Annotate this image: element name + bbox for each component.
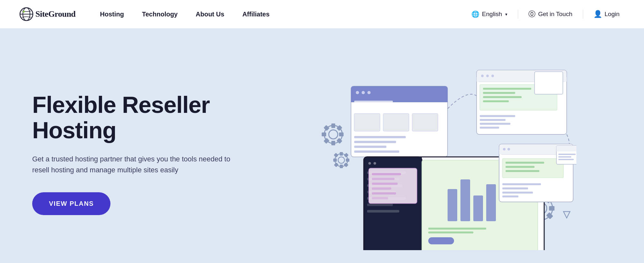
hero-section: Flexible Reseller Hosting Get a trusted … <box>0 28 644 263</box>
svg-point-91 <box>503 148 506 150</box>
triangle-icon <box>564 212 570 218</box>
nav-hosting[interactable]: Hosting <box>91 0 133 28</box>
svg-point-52 <box>481 75 484 77</box>
svg-rect-100 <box>502 195 518 197</box>
help-icon: ⓪ <box>528 9 535 19</box>
svg-rect-40 <box>354 101 393 103</box>
svg-rect-60 <box>483 100 509 102</box>
svg-rect-10 <box>324 125 329 131</box>
hero-svg <box>299 51 576 250</box>
svg-rect-61 <box>480 115 515 117</box>
svg-rect-97 <box>502 183 541 185</box>
svg-point-76 <box>368 162 371 165</box>
svg-rect-84 <box>367 210 399 213</box>
gear-top-left <box>322 123 344 145</box>
svg-rect-98 <box>502 187 528 189</box>
svg-rect-69 <box>448 189 457 221</box>
svg-rect-18 <box>333 159 337 162</box>
logo-icon <box>19 7 33 21</box>
svg-rect-56 <box>535 72 563 94</box>
svg-rect-58 <box>483 92 515 94</box>
svg-rect-47 <box>354 146 386 148</box>
nav-divider-2 <box>583 10 583 19</box>
svg-rect-67 <box>419 157 422 250</box>
language-label: English <box>482 11 502 18</box>
svg-point-37 <box>356 91 359 94</box>
user-icon: 👤 <box>593 10 602 18</box>
svg-rect-64 <box>480 127 499 129</box>
svg-rect-44 <box>412 113 438 131</box>
nav-affiliates[interactable]: Affiliates <box>233 0 279 28</box>
svg-rect-99 <box>502 192 533 194</box>
svg-rect-12 <box>324 138 329 144</box>
svg-rect-75 <box>428 237 454 244</box>
svg-rect-71 <box>473 195 483 221</box>
svg-rect-96 <box>506 170 539 172</box>
browser-window-right <box>499 144 576 202</box>
svg-rect-63 <box>480 123 510 125</box>
svg-rect-8 <box>322 132 326 136</box>
svg-rect-22 <box>334 162 339 167</box>
svg-point-5 <box>329 130 338 139</box>
logo-text: SiteGround <box>35 9 76 19</box>
svg-rect-112 <box>372 192 396 195</box>
svg-rect-72 <box>486 184 496 221</box>
nav-links: Hosting Technology About Us Affiliates <box>91 0 466 28</box>
svg-rect-19 <box>346 159 349 162</box>
nav-divider <box>518 10 518 19</box>
svg-rect-29 <box>549 206 554 211</box>
language-icon: 🌐 <box>471 10 479 18</box>
svg-rect-105 <box>558 156 571 158</box>
svg-rect-23 <box>344 162 348 167</box>
svg-rect-95 <box>506 166 535 168</box>
svg-rect-46 <box>354 141 396 143</box>
svg-point-39 <box>367 91 371 94</box>
nav-about-us[interactable]: About Us <box>187 0 233 28</box>
svg-rect-17 <box>340 165 343 168</box>
svg-rect-109 <box>372 178 394 180</box>
svg-rect-9 <box>339 132 344 136</box>
svg-rect-108 <box>372 173 401 175</box>
svg-rect-41 <box>354 105 380 107</box>
svg-point-15 <box>338 157 345 163</box>
svg-rect-45 <box>354 136 406 138</box>
nav-right: 🌐 English ▾ ⓪ Get in Touch 👤 Login <box>466 7 625 22</box>
navbar: SiteGround Hosting Technology About Us A… <box>0 0 644 28</box>
svg-rect-104 <box>558 154 576 155</box>
chevron-down-icon: ▾ <box>505 12 507 17</box>
card-lavender <box>369 168 417 204</box>
svg-rect-48 <box>354 150 399 153</box>
svg-point-77 <box>374 162 376 165</box>
svg-point-92 <box>507 148 510 150</box>
svg-point-38 <box>362 91 365 94</box>
browser-window-top-right <box>477 70 567 134</box>
svg-rect-6 <box>331 123 335 128</box>
svg-rect-62 <box>480 119 506 121</box>
logo[interactable]: SiteGround <box>19 7 76 21</box>
nav-technology[interactable]: Technology <box>133 0 187 28</box>
connector-line-1 <box>448 94 477 109</box>
svg-rect-93 <box>502 159 564 178</box>
svg-rect-94 <box>506 162 544 164</box>
svg-point-3 <box>23 11 25 13</box>
svg-rect-73 <box>428 228 486 230</box>
svg-rect-74 <box>428 231 473 233</box>
svg-rect-42 <box>354 113 380 131</box>
svg-rect-16 <box>340 152 343 156</box>
svg-point-53 <box>486 75 489 77</box>
svg-rect-110 <box>372 183 398 185</box>
svg-rect-43 <box>383 113 409 131</box>
browser-window-top-left <box>351 86 448 157</box>
get-in-touch-button[interactable]: ⓪ Get in Touch <box>523 7 577 22</box>
svg-rect-106 <box>558 159 574 160</box>
svg-rect-111 <box>372 187 391 190</box>
hero-illustration <box>264 48 612 253</box>
login-button[interactable]: 👤 Login <box>588 7 625 21</box>
language-selector[interactable]: 🌐 English ▾ <box>466 8 513 21</box>
hero-content: Flexible Reseller Hosting Get a trusted … <box>32 86 264 215</box>
svg-rect-113 <box>372 197 388 199</box>
svg-rect-20 <box>334 153 338 158</box>
hero-title: Flexible Reseller Hosting <box>32 92 264 143</box>
view-plans-button[interactable]: VIEW PLANS <box>32 192 110 215</box>
svg-point-54 <box>491 75 494 77</box>
